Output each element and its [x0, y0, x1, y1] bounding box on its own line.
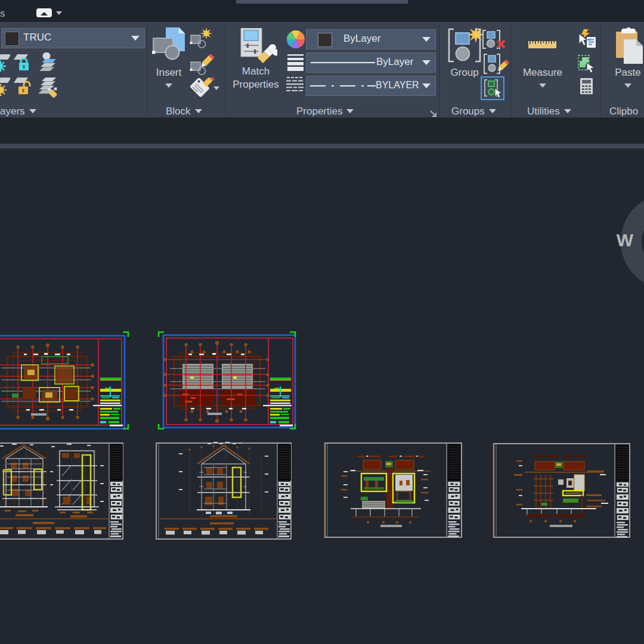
svg-text:W: W — [617, 230, 634, 250]
